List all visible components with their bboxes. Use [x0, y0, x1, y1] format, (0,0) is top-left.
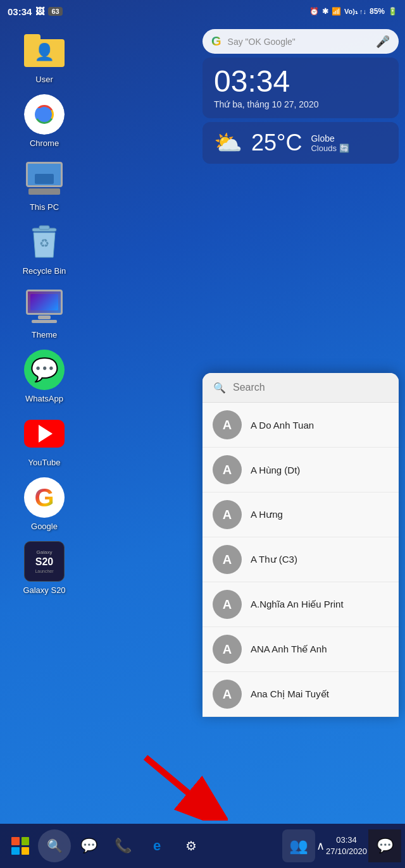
weather-description: Clouds 🔄 [311, 144, 349, 153]
recyclebin-icon: ♻ [23, 221, 66, 264]
galaxys20-label: Galaxy S20 [23, 585, 65, 595]
battery-percent: 85% [370, 7, 385, 16]
google-icon: G [23, 476, 66, 519]
google-icon-item[interactable]: G Google [6, 476, 82, 531]
theme-icon [23, 284, 66, 327]
edge-button[interactable]: e [140, 829, 173, 862]
contact-avatar-7: A [213, 680, 242, 709]
contact-name-7: Ana Chị Mai Tuyết [251, 688, 329, 700]
thispc-icon-item[interactable]: This PC [6, 157, 82, 212]
svg-rect-6 [39, 226, 49, 229]
contact-search-bar: 🔍 [202, 373, 399, 403]
chat-icon: 💬 [377, 838, 394, 854]
clock-widget: 03:34 Thứ ba, tháng 10 27, 2020 [202, 58, 399, 118]
whatsapp-icon: 💬 [23, 348, 66, 391]
svg-text:♻: ♻ [39, 237, 49, 250]
youtube-icon [23, 412, 66, 455]
taskbar-clock[interactable]: 03:34 27/10/2020 [326, 834, 367, 857]
status-left: 03:34 🖼 63 [8, 6, 63, 17]
galaxys20-icon: Galaxy S20 Launcher [23, 540, 66, 583]
whatsapp-icon-item[interactable]: 💬 WhatsApp [6, 348, 82, 403]
contact-name-2: A Hùng (Dt) [251, 465, 300, 475]
messages-icon: 💬 [80, 838, 97, 854]
chrome-icon-item[interactable]: Chrome [6, 93, 82, 148]
weather-icon: ⛅ [214, 130, 242, 156]
widget-area: G Say "OK Google" 🎤 03:34 Thứ ba, tháng … [202, 29, 399, 164]
contact-item-1[interactable]: A A Do Anh Tuan [202, 403, 399, 448]
google-logo: G [211, 34, 221, 49]
win-cell-4 [22, 847, 30, 855]
contact-item-4[interactable]: A A Thư (C3) [202, 537, 399, 582]
theme-label: Theme [32, 330, 57, 339]
contact-search-input[interactable] [233, 382, 389, 393]
youtube-icon-item[interactable]: YouTube [6, 412, 82, 467]
user-icon-item[interactable]: 👤 User [6, 29, 82, 84]
windows-logo-icon [11, 837, 29, 855]
battery-icon: 🔋 [388, 7, 397, 16]
wifi-icon: 📶 [332, 7, 341, 16]
phone-icon: 📞 [115, 838, 132, 854]
bluetooth-icon: ✱ [322, 7, 328, 16]
win-cell-1 [11, 837, 20, 845]
phone-button[interactable]: 📞 [106, 829, 139, 862]
thispc-label: This PC [30, 202, 59, 212]
galaxys20-icon-item[interactable]: Galaxy S20 Launcher Galaxy S20 [6, 540, 82, 595]
weather-widget[interactable]: ⛅ 25°C Globe Clouds 🔄 [202, 122, 399, 164]
whatsapp-label: WhatsApp [25, 394, 63, 403]
chrome-label: Chrome [30, 138, 59, 148]
contact-name-4: A Thư (C3) [251, 554, 297, 565]
notification-button[interactable]: 💬 [368, 829, 401, 862]
contact-item-5[interactable]: A A.Nghĩa An Hiếu Print [202, 582, 399, 627]
thispc-icon [23, 157, 66, 200]
contact-item-6[interactable]: A ANA Anh Thế Anh [202, 627, 399, 672]
weather-temperature: 25°C [251, 130, 302, 156]
settings-button[interactable]: ⚙ [175, 829, 208, 862]
cortana-icon: 🔍 [47, 838, 63, 853]
people-button[interactable]: 👥 [282, 829, 315, 862]
recyclebin-label: Recycle Bin [23, 266, 66, 276]
show-hidden-icons-button[interactable]: ∧ [316, 839, 325, 853]
edge-icon: e [153, 838, 161, 854]
win-cell-2 [22, 837, 30, 845]
refresh-icon[interactable]: 🔄 [339, 144, 349, 153]
recyclebin-icon-item[interactable]: ♻ Recycle Bin [6, 221, 82, 276]
contact-item-2[interactable]: A A Hùng (Dt) [202, 448, 399, 492]
desktop-icons: 👤 User [0, 23, 89, 610]
win-cell-3 [11, 847, 20, 855]
microphone-icon[interactable]: 🎤 [376, 35, 390, 49]
cortana-button[interactable]: 🔍 [38, 829, 71, 862]
contact-item-7[interactable]: A Ana Chị Mai Tuyết [202, 672, 399, 717]
contact-avatar-5: A [213, 590, 242, 619]
theme-icon-item[interactable]: Theme [6, 284, 82, 339]
clock-time: 03:34 [214, 66, 387, 97]
google-search-bar[interactable]: G Say "OK Google" 🎤 [202, 29, 399, 54]
contact-avatar-1: A [213, 410, 242, 439]
youtube-label: YouTube [28, 458, 60, 467]
contact-name-1: A Do Anh Tuan [251, 420, 314, 431]
status-time: 03:34 [8, 6, 32, 17]
contact-name-3: A Hưng [251, 509, 283, 520]
gallery-icon: 🖼 [35, 6, 44, 16]
contact-avatar-4: A [213, 545, 242, 574]
messages-button[interactable]: 💬 [72, 829, 105, 862]
contact-item-3[interactable]: A A Hưng [202, 492, 399, 537]
user-folder-icon: 👤 [23, 29, 66, 72]
contact-name-6: ANA Anh Thế Anh [251, 644, 327, 655]
taskbar-time: 03:34 [326, 834, 367, 846]
svg-line-9 [146, 757, 202, 805]
status-bar: 03:34 🖼 63 ⏰ ✱ 📶 Vo)₁ ↑↓ 85% 🔋 [0, 0, 405, 23]
google-search-placeholder: Say "OK Google" [228, 37, 370, 47]
contact-name-5: A.Nghĩa An Hiếu Print [251, 599, 344, 610]
search-icon: 🔍 [213, 381, 227, 394]
status-right: ⏰ ✱ 📶 Vo)₁ ↑↓ 85% 🔋 [309, 7, 397, 16]
people-icon: 👥 [289, 837, 308, 855]
windows-start-button[interactable] [4, 829, 37, 862]
notification-count: 63 [48, 7, 62, 16]
clock-date: Thứ ba, tháng 10 27, 2020 [214, 99, 387, 109]
google-label: Google [31, 522, 58, 531]
contact-avatar-6: A [213, 635, 242, 664]
taskbar-date: 27/10/2020 [326, 846, 367, 857]
weather-info: Globe Clouds 🔄 [311, 133, 349, 153]
contact-panel: 🔍 A A Do Anh Tuan A A Hùng (Dt) A A Hưng… [202, 373, 399, 717]
weather-location: Globe [311, 133, 349, 144]
